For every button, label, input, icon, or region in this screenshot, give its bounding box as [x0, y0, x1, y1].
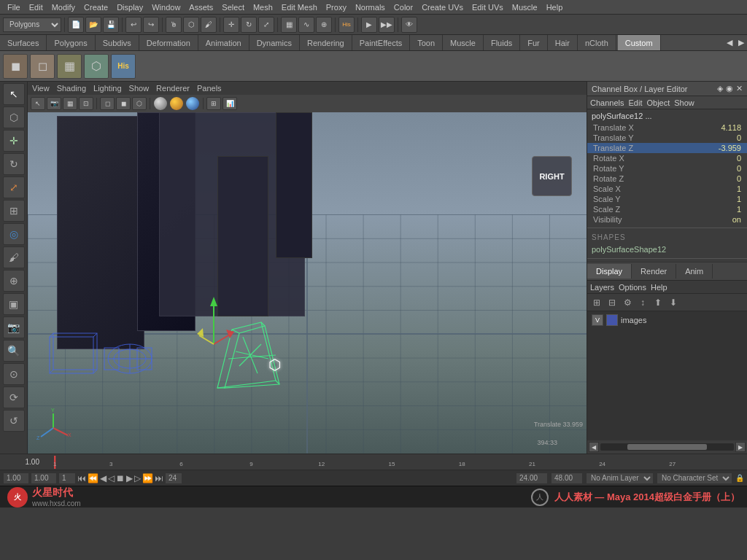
shelf-tab-muscle[interactable]: Muscle [443, 35, 484, 51]
menu-muscle[interactable]: Muscle [508, 3, 542, 12]
timeline[interactable]: 1.00 1 3 6 9 12 15 18 21 24 27 [0, 454, 747, 470]
vp-layout-btn[interactable]: ▦ [63, 97, 77, 110]
scale-tool[interactable]: ⤢ [3, 176, 25, 198]
rotate-tool[interactable]: ↻ [3, 153, 25, 175]
menu-color[interactable]: Color [390, 3, 417, 12]
layer-menu-options[interactable]: Options [619, 283, 646, 292]
transport-skip-end[interactable]: ⏭ [155, 473, 163, 483]
shelf-icon-2[interactable]: ◻ [30, 54, 55, 79]
shelf-tab-toon[interactable]: Toon [410, 35, 443, 51]
shelf-tab-fur[interactable]: Fur [520, 35, 548, 51]
snap-curve-btn[interactable]: ∿ [298, 17, 314, 33]
redo-btn[interactable]: ↪ [143, 17, 159, 33]
cb-menu-show[interactable]: Show [674, 98, 694, 107]
menu-modify[interactable]: Modify [47, 3, 80, 12]
shelf-tab-subdivs[interactable]: Subdivs [96, 35, 139, 51]
vp-menu-lighting[interactable]: Lighting [93, 84, 122, 93]
vp-isolate-btn[interactable]: ⊡ [79, 97, 93, 110]
layer-sort-btn[interactable]: ↕ [636, 296, 649, 309]
layer-down-btn[interactable]: ⬇ [667, 296, 680, 309]
cb-menu-channels[interactable]: Channels [590, 98, 624, 107]
cb-value-ty[interactable]: 0 [737, 133, 741, 142]
shelf-tab-dynamics[interactable]: Dynamics [249, 35, 300, 51]
shelf-icon-3[interactable]: ▦ [57, 54, 82, 79]
menu-edit-mesh[interactable]: Edit Mesh [277, 3, 322, 12]
vp-menu-panels[interactable]: Panels [197, 84, 222, 93]
cb-icon-1[interactable]: ◈ [717, 84, 723, 93]
shelf-scroll-right[interactable]: ▶ [735, 38, 747, 47]
open-btn[interactable]: 📂 [85, 17, 101, 33]
layer-delete-btn[interactable]: ⊟ [605, 296, 619, 309]
transport-prev-key[interactable]: ⏪ [88, 473, 98, 483]
transport-stop[interactable]: ⏹ [116, 473, 125, 483]
shelf-icon-history[interactable]: His [111, 54, 136, 79]
transport-prev-frame[interactable]: ◀ [100, 473, 107, 483]
menu-normals[interactable]: Normals [351, 3, 390, 12]
3d-canvas[interactable]: ⬡ RIGHT Translate 33.959 [28, 112, 587, 454]
dolly-tool[interactable]: ⊙ [3, 363, 25, 385]
vp-select-btn[interactable]: ↖ [31, 97, 45, 110]
show-hide-btn[interactable]: 👁 [401, 17, 417, 33]
layer-up-btn[interactable]: ⬆ [651, 296, 665, 309]
cb-value-tx[interactable]: 4.118 [721, 123, 741, 132]
menu-create[interactable]: Create [80, 3, 112, 12]
cb-menu-object[interactable]: Object [646, 98, 670, 107]
vp-smooth-btn[interactable]: ◼ [116, 97, 131, 110]
cb-value-sx[interactable]: 1 [737, 184, 741, 193]
anim-layer-select[interactable]: No Anim Layer [586, 472, 654, 484]
start-frame-field[interactable]: 1.00 [3, 472, 29, 484]
menu-window[interactable]: Window [147, 3, 185, 12]
cb-menu-edit[interactable]: Edit [628, 98, 642, 107]
shelf-tab-painteffects[interactable]: PaintEffects [352, 35, 411, 51]
shelf-icon-1[interactable]: ◼ [3, 54, 28, 79]
transport-play-back[interactable]: ◁ [108, 473, 115, 483]
vp-menu-view[interactable]: View [32, 84, 50, 93]
rotate-btn[interactable]: ↻ [241, 17, 257, 33]
shelf-tab-custom[interactable]: Custom [618, 35, 661, 51]
transport-next-key[interactable]: ⏩ [142, 473, 153, 483]
cb-value-rx[interactable]: 0 [737, 154, 741, 163]
transport-next-frame[interactable]: ▷ [134, 473, 141, 483]
cb-value-ry[interactable]: 0 [737, 164, 741, 173]
new-scene-btn[interactable]: 📄 [68, 17, 84, 33]
timeline-ruler[interactable]: 1 3 6 9 12 15 18 21 24 27 [41, 456, 743, 469]
vp-light-sphere2[interactable] [170, 97, 183, 110]
select-btn[interactable]: 🖱 [166, 17, 182, 33]
scale-btn[interactable]: ⤢ [258, 17, 274, 33]
time-display[interactable]: 24.00 [516, 472, 548, 484]
menu-select[interactable]: Select [217, 3, 249, 12]
cb-icon-3[interactable]: ✕ [736, 84, 743, 93]
soft-select[interactable]: ◎ [3, 223, 25, 245]
menu-edit-uvs[interactable]: Edit UVs [468, 3, 508, 12]
layer-tab-render[interactable]: Render [632, 264, 676, 279]
vp-grid-btn[interactable]: ⊞ [206, 97, 221, 110]
layer-scroll-right-arrow[interactable]: ▶ [735, 442, 746, 452]
menu-edit[interactable]: Edit [25, 3, 47, 12]
cb-value-rz[interactable]: 0 [737, 174, 741, 183]
select-tool[interactable]: ↖ [3, 83, 25, 105]
paint-btn[interactable]: 🖌 [201, 17, 217, 33]
universal-tool[interactable]: ⊞ [3, 200, 25, 222]
snap-mode[interactable]: ▣ [3, 293, 25, 315]
vp-hud-btn[interactable]: 📊 [222, 97, 237, 110]
status-icon-lock[interactable]: 🔒 [735, 474, 744, 482]
menu-help[interactable]: Help [542, 3, 568, 12]
track-tool[interactable]: 🔍 [3, 340, 25, 362]
range-end-field[interactable]: 24 [165, 472, 182, 484]
arc-rotate[interactable]: ↺ [3, 410, 25, 432]
menu-display[interactable]: Display [112, 3, 147, 12]
layer-tab-display[interactable]: Display [587, 264, 632, 279]
transport-skip-start[interactable]: ⏮ [77, 473, 86, 483]
shelf-tab-surfaces[interactable]: Surfaces [0, 35, 47, 51]
menu-create-uvs[interactable]: Create UVs [417, 3, 468, 12]
move-btn[interactable]: ✛ [223, 17, 239, 33]
roll-tool[interactable]: ⟳ [3, 386, 25, 408]
fps-display[interactable]: 48.00 [551, 472, 583, 484]
shelf-tab-rendering[interactable]: Rendering [300, 35, 352, 51]
shelf-tab-animation[interactable]: Animation [198, 35, 249, 51]
layer-scroll-left-arrow[interactable]: ◀ [589, 442, 599, 452]
vp-camera-btn[interactable]: 📷 [47, 97, 61, 110]
lasso-btn[interactable]: ⬡ [183, 17, 199, 33]
layer-menu-help[interactable]: Help [651, 283, 667, 292]
move-tool[interactable]: ✛ [3, 130, 25, 152]
